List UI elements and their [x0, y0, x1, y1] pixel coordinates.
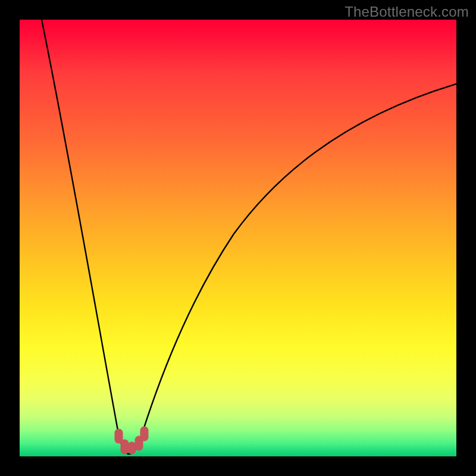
watermark-text: TheBottleneck.com	[345, 4, 469, 20]
svg-rect-4	[140, 427, 148, 441]
bottleneck-curve	[20, 20, 456, 456]
outer-frame: TheBottleneck.com	[0, 0, 476, 476]
svg-rect-2	[128, 442, 136, 454]
svg-rect-1	[121, 440, 129, 454]
min-marker-cluster	[115, 427, 148, 454]
plot-area	[20, 20, 456, 456]
curve-path	[42, 20, 456, 454]
